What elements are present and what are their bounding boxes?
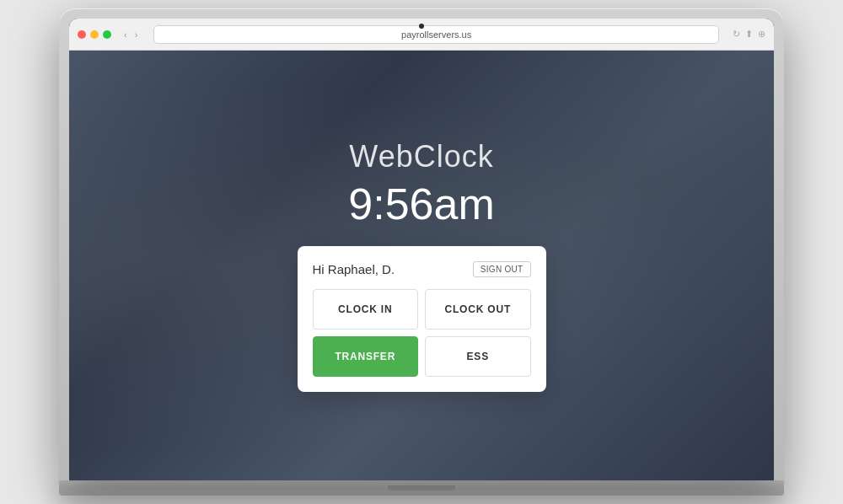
forward-icon[interactable]: ›	[132, 29, 141, 40]
fullscreen-button[interactable]	[103, 30, 111, 39]
sign-out-button[interactable]: SIGN OUT	[473, 261, 531, 277]
webcam	[419, 24, 424, 29]
screen-bezel: ‹ › payrollservers.us ↻ ⬆ ⊕ WebClock 9:5…	[69, 19, 774, 480]
close-button[interactable]	[78, 30, 86, 39]
ess-button[interactable]: ESS	[425, 336, 531, 377]
laptop-wrapper: ‹ › payrollservers.us ↻ ⬆ ⊕ WebClock 9:5…	[59, 8, 784, 496]
action-grid: CLOCK IN CLOCK OUT TRANSFER ESS	[313, 289, 531, 377]
refresh-icon[interactable]: ↻	[733, 29, 740, 40]
current-time: 9:56am	[348, 179, 494, 229]
url-text: payrollservers.us	[401, 29, 471, 40]
clock-in-button[interactable]: CLOCK IN	[313, 289, 419, 330]
card-header: Hi Raphael, D. SIGN OUT	[313, 261, 531, 277]
minimize-button[interactable]	[90, 30, 99, 39]
action-card: Hi Raphael, D. SIGN OUT CLOCK IN CLOCK O…	[298, 246, 546, 392]
back-icon[interactable]: ‹	[121, 29, 130, 40]
add-tab-icon[interactable]: ⊕	[758, 29, 765, 40]
address-bar[interactable]: payrollservers.us	[153, 25, 719, 44]
laptop-bottom	[59, 480, 784, 496]
nav-buttons: ‹ ›	[121, 29, 140, 40]
app-title: WebClock	[349, 139, 493, 174]
traffic-lights	[78, 30, 111, 39]
browser-content: WebClock 9:56am Hi Raphael, D. SIGN OUT …	[69, 51, 774, 480]
browser-actions: ↻ ⬆ ⊕	[733, 29, 765, 40]
share-icon[interactable]: ⬆	[745, 29, 753, 40]
content-inner: WebClock 9:56am Hi Raphael, D. SIGN OUT …	[298, 139, 546, 392]
laptop-notch	[388, 485, 455, 491]
transfer-button[interactable]: TRANSFER	[313, 336, 419, 377]
laptop-outer: ‹ › payrollservers.us ↻ ⬆ ⊕ WebClock 9:5…	[59, 8, 784, 480]
greeting-text: Hi Raphael, D.	[313, 262, 395, 276]
clock-out-button[interactable]: CLOCK OUT	[425, 289, 531, 330]
